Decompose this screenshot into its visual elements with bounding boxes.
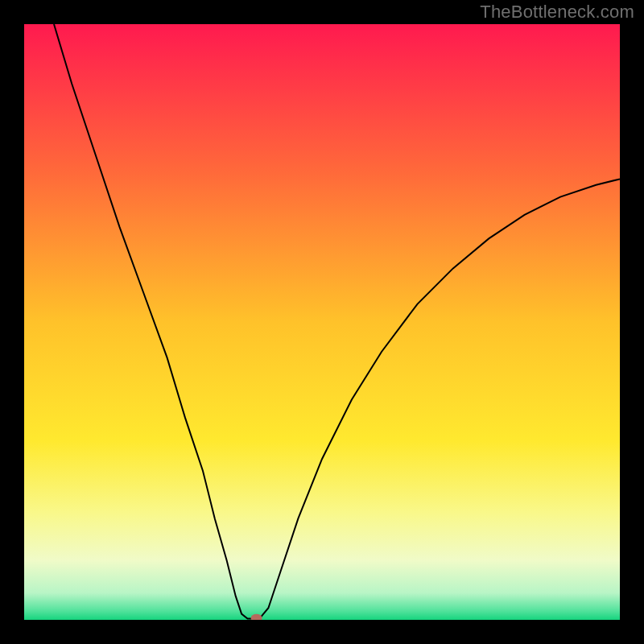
chart-frame: TheBottleneck.com	[0, 0, 644, 644]
gradient-background	[24, 24, 620, 620]
plot-svg	[24, 24, 620, 620]
plot-area	[24, 24, 620, 620]
watermark-text: TheBottleneck.com	[480, 2, 634, 23]
